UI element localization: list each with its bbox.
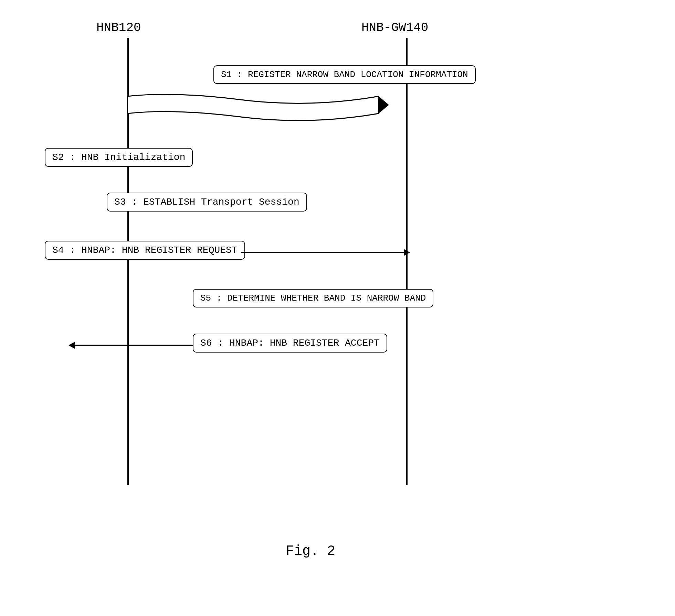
step-s2-box: S2 : HNB Initialization — [45, 148, 193, 167]
step-s5-box: S5 : DETERMINE WHETHER BAND IS NARROW BA… — [193, 289, 433, 307]
header-hnb120: HNB120 — [96, 21, 141, 35]
step-s6-box: S6 : HNBAP: HNB REGISTER ACCEPT — [193, 334, 387, 353]
header-hnbgw140: HNB-GW140 — [361, 21, 428, 35]
arrow-s6-left — [69, 345, 193, 346]
step-s6-label: S6 : HNBAP: HNB REGISTER ACCEPT — [200, 338, 380, 348]
figure-label: Fig. 2 — [286, 543, 335, 559]
step-s4-box: S4 : HNBAP: HNB REGISTER REQUEST — [45, 241, 245, 260]
step-s4-label: S4 : HNBAP: HNB REGISTER REQUEST — [52, 245, 238, 256]
step-s1-box: S1 : REGISTER NARROW BAND LOCATION INFOR… — [213, 65, 476, 84]
svg-marker-0 — [379, 96, 389, 114]
step-s3-box: S3 : ESTABLISH Transport Session — [107, 193, 307, 212]
step-s1-label: S1 : REGISTER NARROW BAND LOCATION INFOR… — [221, 69, 468, 80]
diagram: HNB120 HNB-GW140 S1 : REGISTER NARROW BA… — [0, 0, 675, 616]
step-s5-label: S5 : DETERMINE WHETHER BAND IS NARROW BA… — [200, 293, 426, 303]
step-s2-label: S2 : HNB Initialization — [52, 152, 185, 163]
wave-arrow-s1 — [69, 89, 430, 131]
arrow-s4-right — [241, 252, 410, 253]
step-s3-label: S3 : ESTABLISH Transport Session — [114, 197, 299, 207]
